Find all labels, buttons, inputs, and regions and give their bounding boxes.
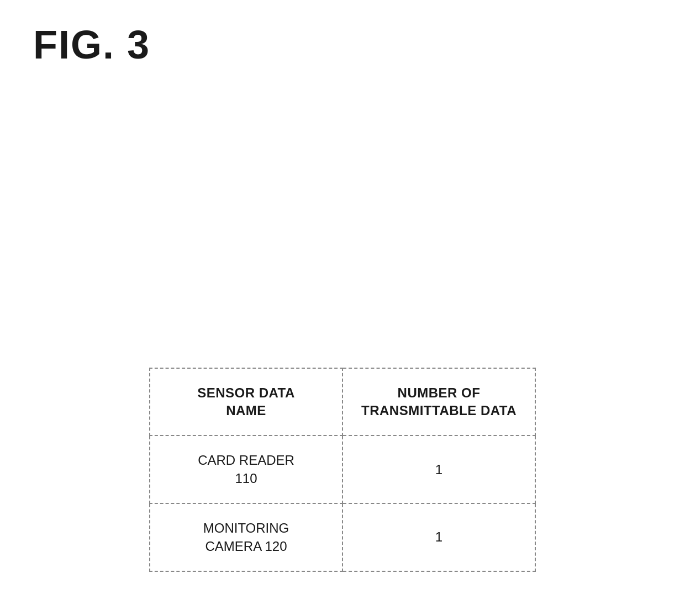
- cell-count-1: 1: [342, 436, 535, 503]
- data-table: SENSOR DATANAME NUMBER OFTRANSMITTABLE D…: [149, 368, 536, 572]
- table-section: SENSOR DATANAME NUMBER OFTRANSMITTABLE D…: [149, 368, 536, 572]
- column-header-transmittable: NUMBER OFTRANSMITTABLE DATA: [342, 368, 535, 436]
- page-container: FIG. 3 SENSOR DATANAME NUMBER OFTRANSMIT…: [0, 0, 685, 616]
- cell-count-2: 1: [342, 503, 535, 571]
- column-header-sensor-name: SENSOR DATANAME: [150, 368, 342, 436]
- table-row: CARD READER110 1: [150, 436, 535, 503]
- cell-sensor-name-1: CARD READER110: [150, 436, 342, 503]
- cell-sensor-name-2: MONITORINGCAMERA 120: [150, 503, 342, 571]
- table-header-row: SENSOR DATANAME NUMBER OFTRANSMITTABLE D…: [150, 368, 535, 436]
- table-row: MONITORINGCAMERA 120 1: [150, 503, 535, 571]
- figure-title: FIG. 3: [33, 22, 652, 67]
